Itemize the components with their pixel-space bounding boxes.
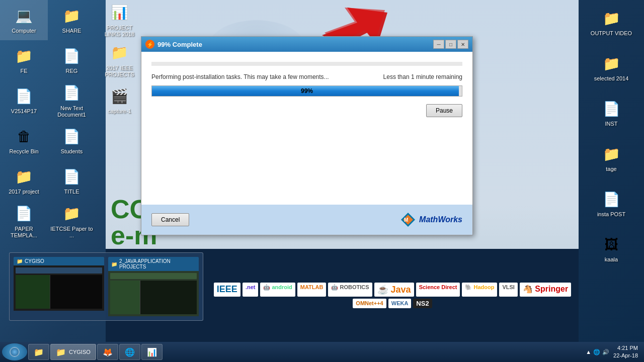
preview-java-app[interactable]: 📁 2_JAVA APPLICATION PROJECTS	[108, 257, 199, 316]
capture1-label: capture-1	[108, 108, 131, 115]
recycle-label: Recycle Bin	[9, 148, 38, 155]
mathworks-logo-icon: M	[400, 212, 416, 228]
v2514p17-label: V2514P17	[11, 108, 37, 115]
kaala-icon: 🖼	[601, 234, 621, 254]
icon-computer[interactable]: 💻 Computer	[0, 0, 48, 40]
start-button[interactable]	[2, 343, 27, 360]
icon-insta-post[interactable]: 📄 insta POST	[584, 181, 639, 226]
icon-students[interactable]: 📄 Students	[48, 121, 96, 161]
icon-title[interactable]: 📄 TITLE	[48, 161, 96, 201]
icon-capture1[interactable]: 🎬 capture-1	[96, 80, 143, 121]
preview-cygiso-titlebar: 📁 CYGISO	[14, 257, 104, 265]
preview-java-titlebar: 📁 2_JAVA APPLICATION PROJECTS	[108, 257, 199, 271]
cygiso-taskbar-label: CYGISO	[69, 349, 91, 355]
install-dialog: ⚡ 99% Complete ─ □ ✕ Performing post-ins…	[141, 36, 473, 235]
2017-ieee-label: 2017 IEEE PROJECTS	[98, 65, 141, 78]
taskbar: 📁 📁 CYGISO 🦊 🌐 📊 ▲ 🌐 🔊 4:21 PM 22-Apr-18	[0, 342, 644, 362]
taskbar-item-matlab[interactable]: 📊	[141, 344, 163, 360]
maximize-button[interactable]: □	[445, 40, 456, 49]
taskbar-items: 📁 📁 CYGISO 🦊 🌐 📊	[28, 344, 585, 360]
dialog-top-bar	[151, 62, 462, 66]
firefox-icon: 🦊	[103, 347, 113, 357]
computer-label: Computer	[12, 28, 36, 34]
icon-selected-2014[interactable]: 📁 selected 2014	[584, 45, 639, 90]
icon-inst[interactable]: 📄 INST	[584, 90, 639, 136]
inst-label: INST	[605, 121, 617, 127]
logo-hadoop: 🐘 Hadoop	[462, 283, 497, 297]
taskbar-item-chrome[interactable]: 🌐	[119, 344, 140, 360]
icon-output-video[interactable]: 📁 OUTPUT VIDEO	[584, 0, 639, 45]
time-remaining: Less than 1 minute remaining	[383, 73, 462, 80]
taskbar-item-firefox[interactable]: 🦊	[97, 344, 118, 360]
clock-date: 22-Apr-18	[613, 352, 638, 359]
share-icon: 📁	[62, 6, 82, 26]
new-text-doc-label: New Text Document1	[50, 105, 93, 118]
icon-v2514p17[interactable]: 📄 V2514P17	[0, 80, 48, 121]
computer-icon: 💻	[14, 6, 34, 26]
icon-kaala[interactable]: 🖼 kaala	[584, 226, 639, 272]
icon-new-text-doc[interactable]: 📄 New Text Document1	[48, 80, 96, 121]
taskbar-item-cygiso[interactable]: 📁 CYGISO	[50, 344, 96, 360]
kaala-label: kaala	[605, 256, 618, 263]
icon-2017project[interactable]: 📁 2017 project	[0, 161, 48, 201]
icon-fe[interactable]: 📁 FE	[0, 40, 48, 80]
preview-java-content	[108, 271, 199, 316]
pause-area: Pause	[151, 104, 462, 119]
students-label: Students	[61, 148, 83, 155]
inst-icon: 📄	[601, 99, 621, 119]
dialog-footer: Cancel M MathWorks	[141, 205, 472, 235]
ietcse-label: IETCSE Paper to ...	[50, 226, 93, 239]
icon-reg[interactable]: 📄 REG	[48, 40, 96, 80]
students-icon: 📄	[62, 126, 82, 146]
new-text-doc-icon: 📄	[62, 83, 82, 103]
progress-info: Performing post-installation tasks. This…	[151, 73, 462, 80]
2017project-icon: 📁	[14, 166, 34, 187]
icon-ietcse[interactable]: 📁 IETCSE Paper to ...	[48, 201, 96, 241]
footer-buttons: Cancel	[151, 213, 189, 226]
project-links-icon: 📊	[110, 3, 130, 23]
mathworks-logo: M MathWorks	[400, 212, 462, 228]
icon-recycle[interactable]: 🗑 Recycle Bin	[0, 121, 48, 161]
pause-button[interactable]: Pause	[426, 104, 462, 117]
progress-percent-label: 99%	[152, 87, 462, 95]
icon-2017-ieee[interactable]: 📁 2017 IEEE PROJECTS	[96, 40, 143, 80]
network-icon: 🌐	[593, 349, 600, 355]
matlab-icon: 📊	[147, 347, 157, 357]
logo-vlsi: VLSI	[499, 283, 517, 297]
icon-project-links[interactable]: 📊 PROJECT LINKS 2018	[96, 0, 143, 40]
tray-arrow[interactable]: ▲	[586, 349, 591, 355]
close-button[interactable]: ✕	[457, 40, 468, 49]
dialog-title-left: ⚡ 99% Complete	[145, 40, 202, 49]
title-icon: 📄	[62, 166, 82, 187]
system-tray: ▲ 🌐 🔊	[586, 349, 609, 355]
logo-dotnet: .net	[243, 283, 259, 297]
taskbar-item-explorer[interactable]: 📁	[28, 344, 49, 360]
2017-ieee-icon: 📁	[110, 43, 130, 63]
v2514p17-icon: 📄	[14, 86, 34, 106]
insta-post-icon: 📄	[601, 189, 621, 209]
clock[interactable]: 4:21 PM 22-Apr-18	[613, 344, 638, 360]
minimize-button[interactable]: ─	[433, 40, 444, 49]
title-label: TITLE	[64, 189, 79, 195]
volume-icon[interactable]: 🔊	[602, 349, 609, 355]
desktop: CON e-m www.ipinfotech.org @blogspot.com…	[0, 0, 644, 342]
paper-templa-icon: 📄	[14, 204, 34, 224]
logo-ieee: IEEE	[214, 283, 240, 297]
logo-science-direct: Science Direct	[416, 283, 460, 297]
logo-weka: WEKA	[388, 299, 412, 308]
status-text: Performing post-installation tasks. This…	[151, 73, 329, 80]
reg-label: REG	[66, 68, 78, 74]
icon-share[interactable]: 📁 SHARE	[48, 0, 96, 40]
tage-label: tage	[606, 166, 616, 172]
icon-paper-templa[interactable]: 📄 PAPER TEMPLA...	[0, 201, 48, 241]
icon-tage[interactable]: 📁 tage	[584, 136, 639, 181]
preview-cygiso[interactable]: 📁 CYGISO	[14, 257, 104, 316]
preview-cygiso-screen	[14, 265, 104, 311]
clock-time: 4:21 PM	[613, 344, 638, 352]
logo-ns2: NS2	[413, 299, 432, 308]
taskbar-preview-popup: 📁 CYGISO 📁 2_JAVA APPLICATI	[9, 252, 203, 321]
dialog-content: Performing post-installation tasks. This…	[141, 52, 472, 205]
cancel-button[interactable]: Cancel	[151, 213, 189, 226]
explorer-icon: 📁	[34, 347, 44, 357]
selected-2014-label: selected 2014	[594, 75, 629, 82]
